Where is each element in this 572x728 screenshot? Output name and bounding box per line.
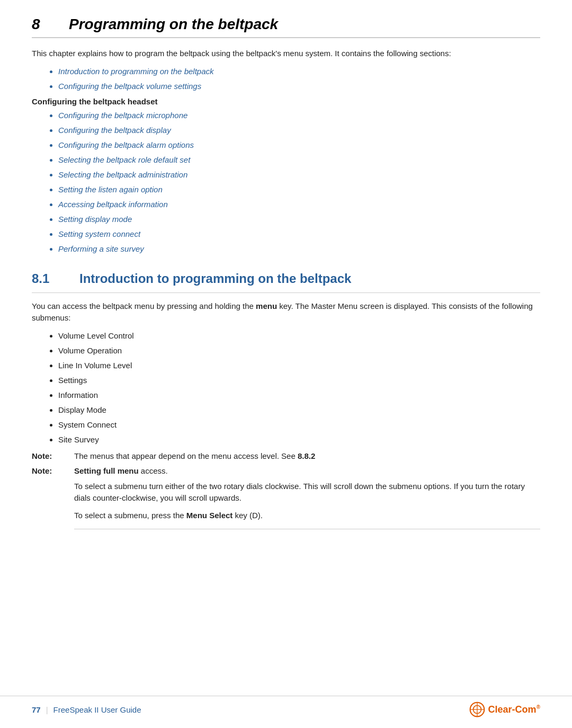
link-display[interactable]: Configuring the beltpack display [58, 126, 171, 135]
link-display-mode[interactable]: Setting display mode [58, 215, 132, 224]
section-81-title: Introduction to programming on the beltp… [79, 271, 351, 286]
list-item[interactable]: Selecting the beltpack administration [58, 168, 540, 181]
clearcom-logo-text: Clear-Com® [488, 704, 540, 715]
link-beltpack-info[interactable]: Accessing beltpack information [58, 200, 168, 209]
inline-heading-headset: Configuring the beltpack headset [32, 97, 540, 106]
list-item: Line In Volume Level [58, 359, 540, 372]
note-2-bold: Setting full menu [74, 466, 139, 475]
list-item[interactable]: Configuring the beltpack microphone [58, 109, 540, 122]
list-item: Settings [58, 374, 540, 387]
section-divider [32, 292, 540, 293]
list-item: Volume Level Control [58, 330, 540, 342]
note-1-text: The menus that appear depend on the menu… [74, 450, 540, 463]
chapter-more-links-list: Configuring the beltpack microphone Conf… [58, 109, 540, 255]
footer-left: 77 | FreeSpeak II User Guide [32, 705, 141, 714]
chapter-title: Programming on the beltpack [69, 16, 278, 33]
section-81-intro: You can access the beltpack menu by pres… [32, 300, 540, 324]
list-item: Volume Operation [58, 344, 540, 357]
note-4-post: key (D). [235, 511, 263, 520]
note-3-text: To select a submenu turn either of the t… [74, 481, 540, 504]
list-item[interactable]: Configuring the beltpack display [58, 124, 540, 137]
section-81-number: 8.1 [32, 271, 79, 286]
section-81-header: 8.1 Introduction to programming on the b… [32, 271, 540, 286]
footer-guide-name: FreeSpeak II User Guide [53, 705, 141, 714]
list-item[interactable]: Accessing beltpack information [58, 198, 540, 211]
section-81-intro-pre: You can access the beltpack menu by pres… [32, 301, 254, 310]
note-2-label: Note: [32, 465, 74, 477]
list-item: Information [58, 389, 540, 402]
list-item[interactable]: Selecting the beltpack role default set [58, 154, 540, 166]
note-2-text: Setting full menu access. [74, 465, 540, 477]
link-role[interactable]: Selecting the beltpack role default set [58, 155, 190, 164]
page-footer: 77 | FreeSpeak II User Guide Clear-Com® [0, 696, 572, 717]
note-2-post: access. [141, 466, 168, 475]
list-item: System Connect [58, 419, 540, 431]
link-volume[interactable]: Configuring the beltpack volume settings [58, 82, 201, 91]
list-item[interactable]: Introduction to programming on the beltp… [58, 65, 540, 78]
footer-logo: Clear-Com® [469, 702, 540, 717]
note-2: Note: Setting full menu access. [32, 465, 540, 477]
logo-registered: ® [537, 704, 540, 710]
link-site-survey[interactable]: Performing a site survey [58, 244, 144, 253]
chapter-links-list: Introduction to programming on the beltp… [58, 65, 540, 93]
note-1-pre: The menus that appear depend on the menu… [74, 451, 296, 460]
note-1-ref: 8.8.2 [298, 451, 315, 460]
submenus-list: Volume Level Control Volume Operation Li… [58, 330, 540, 446]
page-container: 8 Programming on the beltpack This chapt… [0, 0, 572, 566]
chapter-header: 8 Programming on the beltpack [32, 16, 540, 38]
chapter-number: 8 [32, 16, 69, 33]
note-1-label: Note: [32, 450, 74, 463]
list-item[interactable]: Setting display mode [58, 213, 540, 226]
clearcom-logo-icon [469, 702, 485, 717]
list-item[interactable]: Setting system connect [58, 228, 540, 241]
link-system-connect[interactable]: Setting system connect [58, 229, 140, 238]
note-1: Note: The menus that appear depend on th… [32, 450, 540, 463]
link-intro[interactable]: Introduction to programming on the beltp… [58, 67, 214, 76]
note-4-pre: To select a submenu, press the [74, 511, 184, 520]
list-item: Site Survey [58, 433, 540, 446]
list-item[interactable]: Configuring the beltpack alarm options [58, 139, 540, 152]
link-admin[interactable]: Selecting the beltpack administration [58, 170, 187, 179]
link-listen[interactable]: Setting the listen again option [58, 185, 163, 194]
note-4-text: To select a submenu, press the Menu Sele… [74, 510, 540, 530]
list-item[interactable]: Configuring the beltpack volume settings [58, 80, 540, 93]
list-item[interactable]: Performing a site survey [58, 243, 540, 255]
list-item[interactable]: Setting the listen again option [58, 183, 540, 196]
chapter-intro: This chapter explains how to program the… [32, 48, 540, 60]
footer-page-number: 77 [32, 705, 41, 714]
note-4-bold: Menu Select [186, 511, 233, 520]
list-item: Display Mode [58, 404, 540, 416]
menu-key-bold: menu [256, 301, 277, 310]
link-alarm[interactable]: Configuring the beltpack alarm options [58, 140, 194, 149]
link-microphone[interactable]: Configuring the beltpack microphone [58, 111, 187, 120]
